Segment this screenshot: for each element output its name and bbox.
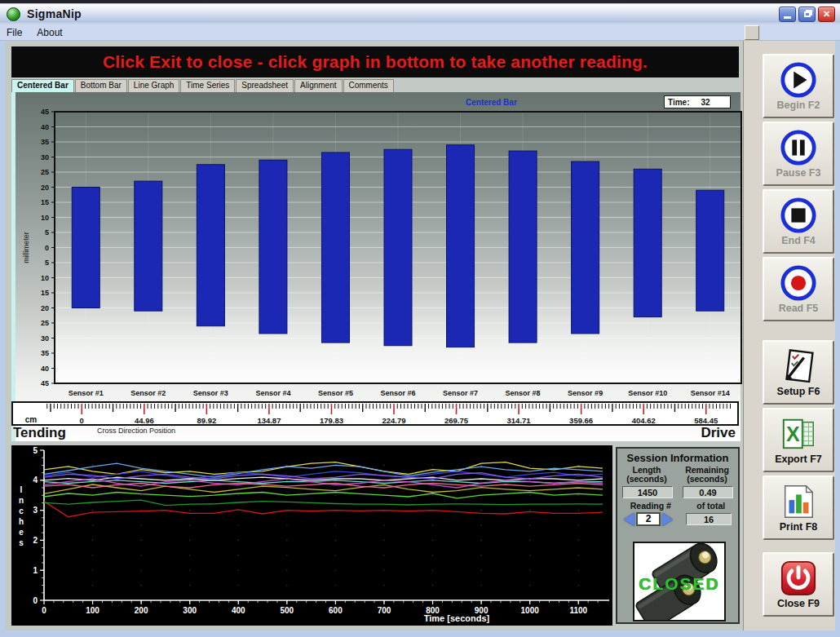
svg-text:314.71: 314.71 (507, 416, 532, 425)
svg-text:Sensor #9: Sensor #9 (568, 389, 603, 397)
centered-bar-chart: 45403530252015105051015202530354045milli… (15, 92, 745, 441)
svg-text:584.45: 584.45 (694, 416, 718, 425)
button-label: Begin F2 (777, 100, 820, 111)
bar-sensor2 (135, 181, 162, 311)
svg-text:134.87: 134.87 (257, 416, 281, 425)
svg-text:cm: cm (25, 415, 38, 424)
series-green (44, 500, 603, 506)
svg-text:s: s (19, 538, 24, 547)
time-field[interactable]: Time: 32 (664, 95, 731, 108)
svg-text:500: 500 (281, 606, 294, 615)
svg-text:0: 0 (42, 606, 46, 615)
time-series-graph[interactable]: 0123450100200300400500600700800900100011… (11, 445, 612, 626)
end-f4-button[interactable]: End F4 (763, 189, 834, 254)
svg-text:30: 30 (41, 153, 49, 161)
series-pink (44, 484, 603, 489)
bar-sensor9 (572, 161, 599, 334)
reading-spinner: 2 (624, 512, 673, 526)
svg-text:e: e (19, 528, 24, 537)
remaining-label: Remaining(seconds) (685, 466, 729, 484)
svg-text:44.96: 44.96 (135, 416, 154, 425)
tab-bottom-bar[interactable]: Bottom Bar (75, 79, 127, 92)
window-title: SigmaNip (27, 7, 82, 20)
button-label: Setup F6 (777, 386, 820, 397)
bar-sensor1 (72, 188, 99, 308)
svg-text:89.92: 89.92 (197, 416, 216, 425)
tab-spreadsheet[interactable]: Spreadsheet (236, 79, 294, 92)
minimize-icon (784, 16, 791, 19)
title-bar: SigmaNip ✕ (0, 0, 840, 24)
pause-icon (780, 129, 817, 166)
tab-comments[interactable]: Comments (343, 79, 394, 92)
stop-icon (780, 197, 817, 234)
begin-f2-button[interactable]: Begin F2 (763, 54, 834, 118)
bar-sensor5 (321, 153, 349, 343)
svg-text:millimeter: millimeter (22, 232, 30, 263)
menu-item-file[interactable]: File (7, 27, 22, 38)
corner-spacer (745, 25, 759, 40)
tending-label: Tending (13, 425, 66, 441)
svg-text:0: 0 (45, 244, 49, 252)
session-information-panel: Session Information Length(seconds) Rema… (616, 447, 740, 624)
svg-text:2: 2 (33, 536, 38, 545)
play-icon (780, 61, 817, 99)
svg-text:Sensor #6: Sensor #6 (380, 389, 415, 397)
reading-previous-arrow[interactable] (624, 513, 634, 526)
menu-item-about[interactable]: About (37, 27, 62, 38)
print-f8-button[interactable]: Print F8 (763, 476, 834, 540)
ruler-footer: Tending Cross Direction Position Drive (11, 425, 739, 445)
bar-sensor7 (447, 145, 475, 347)
svg-text:40: 40 (41, 365, 49, 373)
pause-f3-button[interactable]: Pause F3 (763, 122, 834, 186)
control-sidebar: Begin F2Pause F3End F4Read F5Setup F6XEx… (743, 41, 835, 630)
time-value: 32 (701, 98, 710, 107)
svg-text:0: 0 (80, 416, 84, 425)
reading-number-label: Reading # (630, 502, 671, 511)
svg-text:100: 100 (86, 606, 99, 615)
bar-sensor10 (634, 169, 661, 316)
svg-text:15: 15 (41, 289, 49, 297)
close-f9-button[interactable]: Close F9 (763, 552, 834, 617)
remaining-value: 0.49 (683, 486, 733, 498)
svg-text:5: 5 (33, 446, 38, 455)
restore-button[interactable] (798, 7, 816, 22)
svg-text:4: 4 (33, 476, 38, 484)
time-label: Time: (668, 98, 690, 107)
tab-alignment[interactable]: Alignment (294, 79, 342, 92)
restore-icon (804, 11, 811, 17)
nip-roller-image: CLOSED (633, 542, 726, 622)
setup-f6-button[interactable]: Setup F6 (763, 340, 834, 405)
svg-text:Sensor #4: Sensor #4 (255, 389, 290, 397)
svg-text:n: n (19, 496, 24, 505)
svg-text:224.79: 224.79 (382, 416, 405, 425)
excel-export-icon: X (780, 415, 817, 453)
length-label: Length(seconds) (626, 466, 667, 484)
svg-text:Sensor #5: Sensor #5 (318, 389, 353, 397)
svg-text:10: 10 (41, 214, 49, 222)
bar-sensor14 (696, 190, 724, 311)
cross-direction-label: Cross Direction Position (97, 427, 175, 435)
read-f5-button[interactable]: Read F5 (763, 257, 834, 321)
svg-text:X: X (786, 422, 800, 445)
drive-label: Drive (701, 425, 736, 441)
nip-status-badge: CLOSED (634, 574, 724, 594)
export-f7-button[interactable]: XExport F7 (763, 408, 834, 472)
svg-text:400: 400 (232, 606, 245, 615)
svg-text:359.66: 359.66 (569, 416, 593, 425)
reading-number-value[interactable]: 2 (636, 512, 661, 526)
minimize-button[interactable] (779, 7, 796, 22)
session-title: Session Information (617, 452, 738, 464)
button-label: Close F9 (777, 598, 820, 609)
tab-line-graph[interactable]: Line Graph (128, 79, 179, 92)
svg-text:1000: 1000 (521, 606, 540, 615)
tab-centered-bar[interactable]: Centered Bar (11, 79, 74, 92)
svg-text:1: 1 (33, 566, 38, 575)
button-label: Read F5 (779, 303, 819, 314)
svg-text:35: 35 (41, 349, 49, 357)
close-button[interactable]: ✕ (818, 7, 835, 22)
tab-time-series[interactable]: Time Series (180, 79, 235, 92)
centered-bar-chart-panel: Centered Bar Time: 32 454035302520151050… (11, 92, 741, 441)
svg-text:Sensor #1: Sensor #1 (69, 389, 104, 397)
reading-next-arrow[interactable] (662, 513, 673, 526)
svg-text:1100: 1100 (569, 606, 587, 615)
